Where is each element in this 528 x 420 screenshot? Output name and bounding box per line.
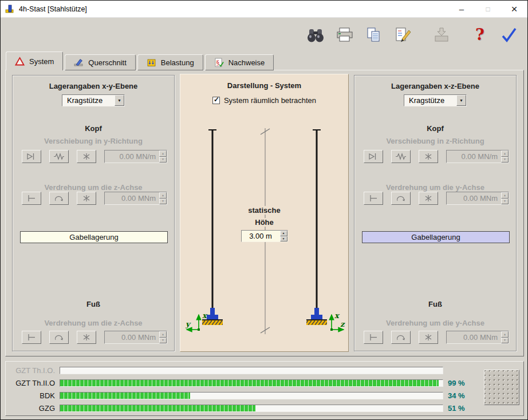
spring-support-button[interactable] — [49, 150, 69, 163]
spring-stiffness-field[interactable]: 0.00 MN/m ▲▼ — [446, 150, 509, 163]
spin-up-icon[interactable]: ▲ — [159, 150, 167, 157]
close-button[interactable]: × — [501, 1, 527, 17]
clamp-support-button[interactable] — [22, 192, 41, 205]
height-field[interactable]: 3.00 m ▲▼ — [241, 230, 288, 242]
progress-fill — [60, 380, 439, 386]
spin-up-icon[interactable]: ▲ — [159, 192, 167, 199]
system-3d-row: System räumlich betrachten — [180, 96, 348, 105]
slide-support-icon — [25, 152, 38, 161]
spin-down-icon[interactable]: ▼ — [501, 157, 509, 163]
spring-support-button[interactable] — [391, 150, 411, 163]
system-3d-checkbox[interactable] — [212, 97, 220, 104]
fork-bearing-button-xz[interactable]: Gabellagerung — [362, 231, 510, 243]
status-row: GZT Th.I.O. — [9, 366, 473, 375]
help-glyph: ? — [475, 26, 484, 43]
head-heading: Kopf — [354, 124, 516, 133]
right-column — [306, 129, 327, 325]
stepper[interactable]: ▲▼ — [159, 331, 167, 343]
chevron-down-icon[interactable]: ▼ — [456, 95, 466, 106]
spin-down-icon[interactable]: ▼ — [159, 157, 167, 163]
spin-up-icon[interactable]: ▲ — [280, 231, 287, 236]
status-row: BDK 34 % — [9, 391, 473, 400]
spin-up-icon[interactable]: ▲ — [501, 331, 509, 338]
status-panel: GZT Th.I.O. GZT Th.II.O 99 % BDK 34 % GZ… — [5, 361, 524, 416]
foot-rotation-control-row: 0.00 MNm ▲▼ — [22, 331, 167, 344]
rotation-spring-button[interactable] — [49, 192, 69, 205]
spin-down-icon[interactable]: ▼ — [501, 199, 509, 205]
tab-belastung[interactable]: Belastung — [137, 54, 203, 70]
rotation-stiffness-field[interactable]: 0.00 MNm ▲▼ — [446, 192, 509, 205]
rigid-support-button[interactable] — [77, 150, 96, 163]
stepper[interactable]: ▲▼ — [501, 192, 509, 204]
spin-down-icon[interactable]: ▼ — [280, 236, 287, 242]
rotation-spring-button[interactable] — [391, 192, 411, 205]
rigid-icon — [421, 333, 435, 342]
status-percent: 51 % — [448, 404, 473, 413]
help-icon[interactable]: ? — [469, 24, 491, 46]
foot-rotation-stiffness-field[interactable]: 0.00 MNm ▲▼ — [104, 331, 167, 344]
rotation-spring-icon — [52, 333, 66, 342]
spin-down-icon[interactable]: ▼ — [501, 338, 509, 344]
tab-label: Belastung — [161, 58, 194, 67]
confirm-icon[interactable] — [498, 24, 520, 46]
progress-bar — [60, 405, 443, 412]
spin-down-icon[interactable]: ▼ — [159, 199, 167, 205]
foot-rotation-stiffness-field[interactable]: 0.00 MNm ▲▼ — [446, 331, 509, 344]
stepper[interactable]: ▲▼ — [280, 231, 287, 241]
stepper[interactable]: ▲▼ — [159, 150, 167, 163]
clamp-icon — [367, 194, 380, 203]
fork-bearing-button-xy[interactable]: Gabellagerung — [20, 231, 168, 243]
left-column — [202, 129, 223, 325]
tab-system[interactable]: System — [6, 51, 63, 70]
stepper[interactable]: ▲▼ — [501, 150, 509, 163]
spin-up-icon[interactable]: ▲ — [159, 331, 167, 338]
chevron-down-icon[interactable]: ▼ — [115, 95, 124, 106]
rigid-rotation-button[interactable] — [419, 331, 438, 344]
spin-down-icon[interactable]: ▼ — [159, 338, 167, 344]
rigid-icon — [80, 333, 93, 342]
progress-fill — [60, 393, 190, 399]
free-support-button[interactable] — [22, 150, 41, 163]
minimize-button[interactable]: – — [448, 1, 475, 17]
status-row-label: GZG — [9, 404, 55, 413]
stepper[interactable]: ▲▼ — [159, 192, 167, 204]
copy-icon[interactable] — [363, 24, 385, 46]
progress-fill — [60, 405, 255, 411]
status-percent: 99 % — [448, 379, 473, 387]
status-row-label: GZT Th.II.O — [9, 379, 55, 387]
print-icon[interactable] — [334, 24, 356, 46]
grid-handle-button[interactable] — [484, 370, 519, 405]
free-support-button[interactable] — [364, 150, 383, 163]
tab-querschnitt[interactable]: Querschnitt — [65, 54, 135, 70]
clamp-icon — [25, 333, 38, 342]
maximize-button[interactable]: □ — [475, 1, 501, 17]
edit-protocol-icon[interactable] — [392, 24, 414, 46]
clamp-support-button[interactable] — [364, 192, 383, 205]
clamp-support-button[interactable] — [22, 331, 41, 344]
spring-stiffness-field[interactable]: 0.00 MN/m ▲▼ — [104, 150, 167, 163]
spring-icon — [394, 152, 408, 161]
rotation-spring-button[interactable] — [391, 331, 411, 344]
progress-bar — [60, 379, 443, 387]
spin-up-icon[interactable]: ▲ — [501, 192, 509, 199]
tab-nachweise[interactable]: § Nachweise — [205, 54, 274, 70]
stepper[interactable]: ▲▼ — [501, 331, 509, 343]
support-type-select-xy[interactable]: Kragstütze ▼ — [62, 94, 125, 106]
tab-label: System — [29, 57, 54, 66]
search-binoculars-icon[interactable] — [305, 24, 326, 46]
axis-z-label: z — [340, 320, 345, 328]
rigid-rotation-button[interactable] — [77, 192, 96, 205]
rigid-rotation-button[interactable] — [419, 192, 438, 205]
rigid-icon — [80, 152, 93, 161]
rigid-rotation-button[interactable] — [77, 331, 96, 344]
rotation-stiffness-field[interactable]: 0.00 MNm ▲▼ — [104, 192, 167, 205]
spring-icon — [52, 152, 66, 161]
rigid-support-button[interactable] — [419, 150, 438, 163]
clamp-support-button[interactable] — [364, 331, 383, 344]
panel-title-xy: Lagerangaben x-y-Ebene — [13, 82, 174, 90]
rotation-spring-button[interactable] — [49, 331, 69, 344]
spin-up-icon[interactable]: ▲ — [501, 150, 509, 157]
save-icon[interactable] — [431, 24, 452, 46]
rotation-control-row: 0.00 MNm ▲▼ — [22, 192, 167, 205]
support-type-select-xz[interactable]: Kragstütze ▼ — [404, 94, 467, 106]
